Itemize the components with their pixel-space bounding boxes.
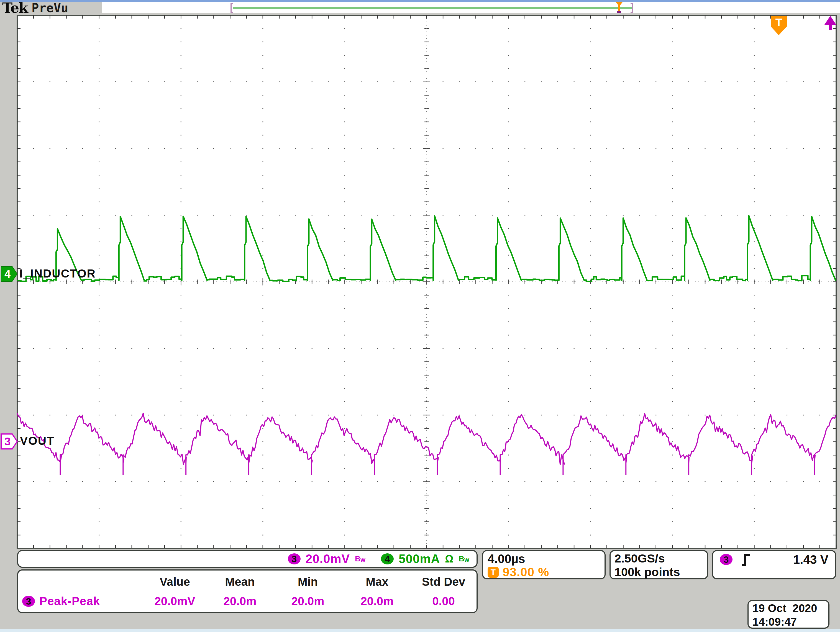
timebase-readout-box: 4.00µs T 93.00 % [482,550,606,579]
trace-label-i-inductor: I_INDUCTOR [19,267,96,280]
wave-record-bar[interactable] [227,2,637,13]
ch4-impedance-symbol: Ω [445,553,453,565]
trigger-level-value: 1.43 V [793,553,828,567]
svg-text:3: 3 [5,435,11,448]
rising-edge-icon [741,553,751,567]
svg-text:4: 4 [5,268,11,280]
record-length: 100k points [614,565,703,579]
col-header-mean: Mean [207,575,273,588]
ch4-scale-readout: 500mA [399,552,440,566]
col-header-value: Value [143,575,207,588]
ch4-bandwidth-limit-icon: BW [459,555,469,563]
channel-3-badge[interactable]: 3 [288,553,301,564]
measurement-mean: 20.0m [207,595,273,608]
acquisition-readout-box: 2.50GS/s 100k points [609,550,708,579]
channel-4-position-marker[interactable]: 4 [0,266,19,282]
trigger-position-percent: 93.00 % [502,565,549,579]
date-label: 19 Oct 2020 [752,602,824,615]
measurement-row-peak-peak: 3 Peak-Peak 20.0mV 20.0m 20.0m 20.0m 0.0… [18,591,477,611]
measurement-min: 20.0m [273,595,343,608]
measurement-header-row: Value Mean Min Max Std Dev [18,572,477,591]
measurement-name: Peak-Peak [39,595,100,608]
col-header-min: Min [273,575,343,588]
trace-label-vout: VOUT [20,434,55,448]
graticule-and-waveforms [0,0,840,632]
channel-readout-bar: 3 20.0mV BW 4 500mA Ω BW [17,550,478,568]
record-waveform-line [233,7,632,9]
trigger-readout-box: 3 1.43 V [712,550,836,579]
time-label: 14:09:47 [752,615,824,629]
trigger-source-badge[interactable]: 3 [720,554,733,565]
ch3-scale-readout: 20.0mV [306,552,350,566]
measurement-value: 20.0mV [143,595,207,608]
measurement-table: Value Mean Min Max Std Dev 3 Peak-Peak 2… [17,569,478,613]
bottom-strip [0,629,840,632]
measurement-stddev: 0.00 [412,595,475,608]
trigger-t-badge: T [488,567,499,578]
col-header-stddev: Std Dev [412,575,475,588]
oscilloscope-screen: Tek PreVu I_INDUCTOR VOUT 4 3 T 3 20.0m [0,0,840,632]
datetime-box: 19 Oct 2020 14:09:47 [747,600,829,629]
channel-4-badge[interactable]: 4 [381,553,394,564]
timebase-scale: 4.00µs [488,552,525,566]
measurement-max: 20.0m [343,595,412,608]
sample-rate: 2.50GS/s [614,552,703,565]
ch3-bandwidth-limit-icon: BW [355,555,365,563]
measurement-channel-badge[interactable]: 3 [22,596,35,607]
col-header-max: Max [343,575,412,588]
channel-3-position-marker[interactable]: 3 [0,433,19,450]
trigger-level-arrow-icon[interactable] [824,16,837,30]
